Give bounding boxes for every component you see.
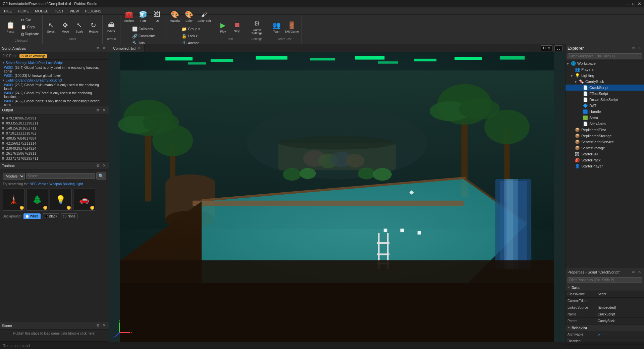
menu-item-file[interactable]: FILE [1, 8, 14, 14]
viewport-tab-compiled[interactable]: Compiled.rbxl ✕ [109, 44, 145, 52]
tree-item-lighting[interactable]: ▶💡Lighting [566, 72, 644, 79]
menu-item-home[interactable]: HOME [15, 8, 32, 14]
viewport-canvas[interactable]: X Y Z [109, 52, 565, 342]
game-close[interactable]: ✕ [102, 323, 107, 328]
hint-light[interactable]: Light [75, 182, 83, 186]
editor-button[interactable]: 🏔 Editor [105, 18, 118, 36]
tree-item-effectscript[interactable]: 📄EffectScript [566, 91, 644, 97]
cut-button[interactable]: ✂ Cut [19, 17, 40, 23]
script-section-2[interactable]: Lighting.CandyStick.DreamStickScript [0, 78, 109, 83]
props-val-archivable[interactable]: ✓ [598, 332, 642, 337]
props-section-data[interactable]: Data [566, 284, 644, 291]
thumb-3[interactable]: 💡⭐ [50, 189, 72, 211]
script-entry-1-2[interactable]: W001: (100,23) Unknown global 'tbvel' [0, 73, 109, 78]
color-edit-button[interactable]: 🖌 Color Edit [197, 8, 212, 25]
script-entry-1-1[interactable]: W003: (53,4) Global 'tdist' is only used… [0, 65, 109, 73]
ui-button[interactable]: 🖼 UI [151, 8, 164, 25]
properties-popout[interactable]: ⧉ [631, 270, 636, 274]
tree-item-serverstorage[interactable]: 📦ServerStorage [566, 145, 644, 151]
stop-button[interactable]: ⏹ Stop [230, 18, 244, 36]
tree-item-workspace[interactable]: ▶🌐Workspace [566, 60, 644, 66]
part-button[interactable]: 🧊 Part [137, 8, 150, 25]
select-button[interactable]: ↖ Select [45, 18, 58, 36]
tree-item-starterpack[interactable]: 🎒StarterPack [566, 157, 644, 163]
properties-search-input[interactable] [568, 277, 642, 283]
toolbox-button[interactable]: 🧰 Toolbox [122, 8, 136, 25]
game-popout[interactable]: ⧉ [96, 323, 100, 328]
thumb-4[interactable]: 🚗⭐ [73, 189, 95, 211]
tree-item-replicatedstorage[interactable]: 📦ReplicatedStorage [566, 133, 644, 139]
props-section-behavior[interactable]: Behavior [566, 325, 644, 331]
script-section-1[interactable]: ServerStorage.MakeItRain.LocalScript [0, 60, 109, 65]
tree-item-stickanim[interactable]: 📄StickAnim [566, 121, 644, 127]
props-val-classname[interactable]: Script [598, 292, 642, 296]
props-val-parent[interactable]: CandyStick [598, 319, 642, 323]
paste-button[interactable]: 📋 Paste [2, 18, 19, 36]
tree-item-players[interactable]: 👥Players [566, 66, 644, 72]
tree-item-serverscriptservice[interactable]: 📦ServerScriptService [566, 139, 644, 145]
explorer-close[interactable]: ✕ [637, 46, 642, 50]
hint-building[interactable]: Building [63, 182, 75, 186]
menu-item-view[interactable]: VIEW [67, 8, 82, 14]
lock-button[interactable]: 🔒 Lock ▾ [180, 33, 201, 39]
minimize-btn[interactable]: ─ [627, 1, 630, 6]
team-button[interactable]: 👥 Team [270, 18, 283, 36]
script-entry-2-1[interactable]: W003: (23,2) Global 'myHumanoid' is only… [0, 83, 109, 91]
script-analysis-close[interactable]: ✕ [102, 46, 107, 50]
hint-npc[interactable]: NPC [30, 182, 37, 186]
rotate-button[interactable]: ↻ Rotate [87, 18, 100, 36]
game-content[interactable]: Publish this place to load game data (do… [0, 330, 109, 337]
error-filter-btn[interactable]: 0d0 Error [1, 53, 18, 58]
color-button[interactable]: 🎨 Color [182, 8, 196, 25]
toolbox-category-select[interactable]: Models [3, 173, 25, 180]
props-val-linkedsource[interactable]: [Embedded] [598, 306, 642, 309]
menu-item-model[interactable]: MODEL [32, 8, 51, 14]
explorer-search-input[interactable] [568, 53, 642, 59]
tree-item-starterplayer[interactable]: 👤StarterPlayer [566, 163, 644, 169]
tree-item-replicatedfirst[interactable]: 📦ReplicatedFirst [566, 127, 644, 133]
exit-game-button[interactable]: 🚪 Exit Game [284, 18, 300, 36]
tree-item-crackscript[interactable]: 📄CrackScript [566, 85, 644, 91]
scale-button[interactable]: ⤡ Scale [73, 18, 86, 36]
script-entry-2-2[interactable]: W003: (24,2) Global 'myTorso' is only us… [0, 91, 109, 99]
close-btn[interactable]: ✕ [638, 1, 641, 6]
thumb-1[interactable]: 🗼⭐ [3, 189, 25, 211]
tree-item-dat[interactable]: 🔷DAT [566, 103, 644, 109]
tree-item-candystick[interactable]: ▶🍬CandyStick [566, 79, 644, 85]
copy-button[interactable]: 📋 Copy [19, 24, 40, 30]
output-close[interactable]: ✕ [102, 108, 107, 112]
constraints-button[interactable]: 🔗 Constraints [131, 33, 157, 39]
script-analysis-popout[interactable]: ⧉ [96, 46, 100, 50]
tree-item-handle[interactable]: 🟦Handle [566, 109, 644, 115]
thumb-2[interactable]: 🌲⭐ [26, 189, 48, 211]
play-button[interactable]: ▶ Play [216, 18, 230, 36]
tree-item-startergui[interactable]: 🖼StarterGui [566, 151, 644, 157]
toolbox-popout[interactable]: ⧉ [96, 163, 100, 168]
move-button[interactable]: ✥ Move [59, 18, 72, 36]
viewport-tab-close[interactable]: ✕ [138, 46, 140, 50]
tree-item-stem[interactable]: 🟩Stem [566, 115, 644, 121]
duplicate-button[interactable]: ⧉ Duplicate [19, 31, 40, 38]
properties-close[interactable]: ✕ [637, 270, 642, 274]
explorer-popout[interactable]: ⧉ [631, 46, 636, 50]
restore-btn[interactable]: □ [632, 1, 635, 6]
output-popout[interactable]: ⧉ [96, 108, 100, 112]
menu-item-plugins[interactable]: PLUGINS [83, 8, 104, 14]
collisions-button[interactable]: ⬜ Collisions [131, 26, 157, 32]
bg-none-btn[interactable]: None [61, 213, 77, 219]
tree-item-dreamstickscript[interactable]: 📄DreamStickScript [566, 97, 644, 103]
toolbox-search-button[interactable]: 🔍 [96, 172, 106, 180]
group-button[interactable]: 📁 Group ▾ [180, 26, 201, 32]
menu-item-test[interactable]: TEST [51, 8, 66, 14]
ui-toggle-btn[interactable]: UI ⊙ [541, 45, 552, 51]
hint-weapon[interactable]: Weapon [49, 182, 62, 186]
toolbox-close[interactable]: ✕ [102, 163, 107, 168]
game-settings-button[interactable]: ⚙ Game Settings [248, 18, 266, 36]
bg-white-btn[interactable]: White [23, 213, 41, 219]
viewport-expand-btn[interactable]: ⛶ [554, 45, 562, 51]
bg-black-btn[interactable]: Black [43, 213, 59, 219]
props-val-name[interactable]: CrackScript [598, 312, 642, 316]
command-input[interactable] [3, 344, 70, 348]
script-entry-2-3[interactable]: W003: (45,2) Global 'parts' is only used… [0, 99, 109, 106]
hint-vehicle[interactable]: Vehicle [38, 182, 48, 186]
